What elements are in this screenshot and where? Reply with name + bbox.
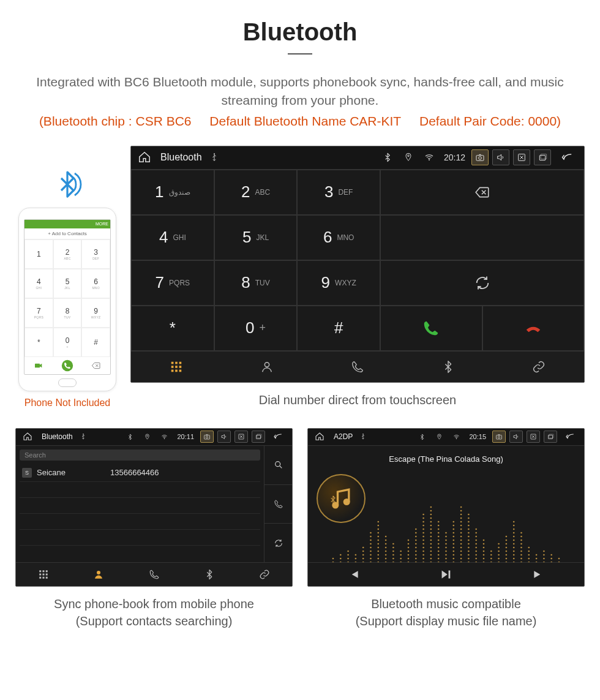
recent-apps-button[interactable] [534, 149, 551, 165]
phone-key: 1 [24, 239, 53, 269]
svg-point-73 [392, 551, 394, 552]
back-button[interactable] [555, 149, 579, 165]
dialer-key-1[interactable]: 1صندوق [131, 170, 214, 215]
phone-key: 2ABC [53, 239, 82, 269]
close-app-button[interactable] [234, 431, 248, 443]
svg-point-219 [506, 554, 508, 556]
svg-point-43 [370, 554, 372, 556]
phone-topbar: MORE [24, 220, 110, 228]
backspace-key[interactable] [380, 170, 584, 215]
svg-point-126 [430, 506, 432, 508]
svg-point-210 [490, 551, 492, 552]
dialer-key-8[interactable]: 8TUV [214, 260, 298, 306]
hangup-button[interactable] [482, 306, 585, 351]
volume-button[interactable] [492, 149, 509, 165]
volume-button[interactable] [217, 431, 231, 443]
search-input[interactable]: Search [20, 450, 260, 461]
recent-apps-button[interactable] [252, 431, 265, 443]
status-title: Bluetooth [160, 152, 202, 163]
dialer-key-#[interactable]: # [297, 306, 380, 351]
dialer-key-2[interactable]: 2ABC [214, 170, 298, 215]
home-icon[interactable] [21, 431, 34, 443]
svg-point-164 [460, 547, 462, 549]
svg-point-237 [520, 562, 522, 562]
svg-point-28 [340, 554, 342, 556]
svg-point-200 [483, 562, 485, 562]
svg-point-166 [460, 540, 462, 541]
home-icon[interactable] [313, 431, 326, 443]
svg-point-85 [408, 543, 410, 545]
tab-keypad[interactable] [16, 563, 71, 586]
tab-contacts[interactable] [222, 352, 312, 382]
svg-point-95 [415, 532, 417, 534]
dialer-key-3[interactable]: 3DEF [297, 170, 380, 215]
svg-point-38 [362, 554, 364, 556]
sync-key[interactable] [380, 260, 584, 306]
spec-name: Default Bluetooth Name CAR-KIT [209, 114, 401, 128]
tab-keypad[interactable] [131, 352, 222, 382]
dialer-key-7[interactable]: 7PQRS [131, 260, 214, 306]
status-time: 20:12 [444, 152, 465, 162]
svg-point-154 [452, 540, 454, 541]
svg-point-231 [513, 540, 515, 541]
svg-point-220 [506, 551, 508, 552]
prev-track-button[interactable] [308, 563, 400, 586]
dialer-key-4[interactable]: 4GHI [131, 215, 214, 260]
contact-row-empty [20, 530, 260, 546]
back-button[interactable] [269, 431, 287, 443]
call-button[interactable] [380, 306, 482, 351]
play-pause-button[interactable] [400, 563, 492, 586]
svg-point-122 [430, 521, 432, 523]
bluetooth-icon [415, 431, 429, 443]
screenshot-button[interactable] [492, 431, 506, 443]
close-app-button[interactable] [527, 431, 540, 443]
side-call-button[interactable] [264, 485, 292, 524]
side-search-button[interactable] [264, 446, 292, 485]
volume-button[interactable] [509, 431, 523, 443]
status-bar: A2DP 20:15 [308, 429, 584, 446]
svg-point-230 [513, 543, 515, 545]
spec-chip: (Bluetooth chip : CSR BC6 [39, 114, 192, 128]
svg-point-89 [415, 554, 417, 556]
tab-pair[interactable] [237, 563, 292, 586]
tab-call-log[interactable] [312, 352, 403, 382]
svg-point-31 [347, 554, 349, 556]
dialer-key-0[interactable]: 0+ [214, 306, 298, 351]
phone-call-icon [53, 357, 82, 374]
dialer-key-*[interactable]: * [131, 306, 214, 351]
svg-point-94 [415, 536, 417, 538]
recent-apps-button[interactable] [544, 431, 557, 443]
dialer-key-5[interactable]: 5JKL [214, 215, 298, 260]
svg-point-137 [438, 525, 440, 527]
svg-point-98 [422, 558, 424, 560]
tab-bluetooth[interactable] [182, 563, 237, 586]
svg-point-22 [62, 360, 73, 371]
svg-point-193 [475, 551, 477, 552]
next-track-button[interactable] [492, 563, 584, 586]
dialer-key-6[interactable]: 6MNO [297, 215, 380, 260]
svg-point-96 [415, 529, 417, 530]
screenshot-button[interactable] [471, 149, 489, 165]
svg-point-65 [385, 551, 387, 552]
phone-backspace-icon [81, 357, 110, 374]
svg-point-50 [377, 562, 379, 562]
screenshot-button[interactable] [200, 431, 214, 443]
back-button[interactable] [561, 431, 579, 443]
svg-point-129 [438, 554, 440, 556]
tab-contacts[interactable] [71, 563, 126, 586]
tab-bluetooth[interactable] [403, 352, 493, 382]
phone-add-contact: + Add to Contacts [24, 228, 110, 239]
close-app-button[interactable] [513, 149, 530, 165]
dialer-key-9[interactable]: 9WXYZ [297, 260, 380, 306]
svg-point-170 [460, 525, 462, 527]
contact-row[interactable]: S Seicane 13566664466 [20, 464, 260, 482]
svg-point-161 [460, 558, 462, 560]
tab-pair[interactable] [493, 352, 584, 382]
side-sync-button[interactable] [264, 524, 292, 562]
tab-call-log[interactable] [126, 563, 181, 586]
svg-point-246 [528, 562, 530, 562]
contact-row-empty [20, 514, 260, 530]
home-icon[interactable] [136, 149, 153, 165]
svg-point-197 [475, 536, 477, 538]
svg-point-112 [430, 558, 432, 560]
